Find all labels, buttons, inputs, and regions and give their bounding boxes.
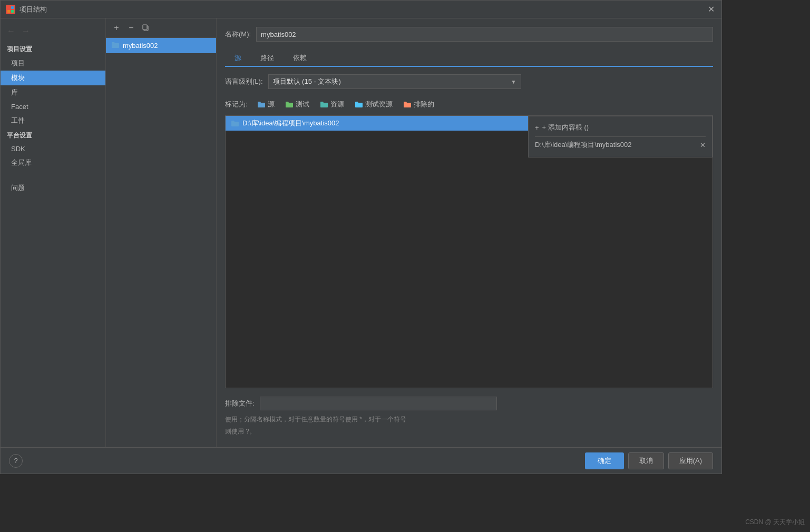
forward-button[interactable]: → bbox=[19, 25, 32, 37]
lang-label: 语言级别(L): bbox=[225, 77, 263, 86]
copy-module-button[interactable] bbox=[140, 22, 152, 34]
sidebar-item-modules[interactable]: 模块 bbox=[1, 71, 105, 85]
select-arrow-icon: ▼ bbox=[511, 79, 516, 85]
popup-add-root-button[interactable]: + + 添加内容根 () bbox=[535, 121, 706, 134]
watermark: CSDN @ 天天学小姐 bbox=[745, 518, 805, 527]
module-panel: + − bbox=[106, 18, 217, 447]
sidebar-item-sdk[interactable]: SDK bbox=[1, 142, 105, 155]
svg-rect-0 bbox=[7, 6, 10, 9]
name-label: 名称(M): bbox=[225, 29, 251, 39]
module-toolbar: + − bbox=[106, 18, 216, 38]
sidebar-item-global-libs[interactable]: 全局库 bbox=[1, 155, 105, 170]
close-button[interactable]: ✕ bbox=[706, 4, 716, 15]
name-input[interactable] bbox=[256, 27, 713, 42]
sidebar-item-libraries[interactable]: 库 bbox=[1, 85, 105, 100]
help-text-line1: 使用；分隔名称模式，对于任意数量的符号使用 *，对于一个符号 bbox=[225, 415, 713, 425]
plus-icon: + bbox=[535, 124, 539, 132]
module-item-mybatis002[interactable]: mybatis002 bbox=[106, 38, 216, 53]
exclude-input[interactable] bbox=[260, 397, 497, 410]
cancel-button[interactable]: 取消 bbox=[628, 452, 664, 469]
tab-paths[interactable]: 路径 bbox=[251, 50, 284, 66]
svg-rect-3 bbox=[11, 10, 14, 13]
section-project-label: 项目设置 bbox=[1, 42, 105, 56]
lang-row: 语言级别(L): 项目默认 (15 - 文本块) ▼ bbox=[225, 74, 713, 89]
sidebar-item-facet[interactable]: Facet bbox=[1, 100, 105, 113]
window-title: 项目结构 bbox=[19, 5, 706, 14]
tab-sources[interactable]: 源 bbox=[225, 50, 251, 67]
exclude-label: 排除文件: bbox=[225, 399, 255, 408]
mark-excluded-button[interactable]: 排除的 bbox=[400, 98, 437, 110]
remove-module-button[interactable]: − bbox=[125, 22, 138, 34]
add-module-button[interactable]: + bbox=[110, 22, 123, 34]
action-buttons: 确定 取消 应用(A) bbox=[585, 452, 713, 469]
sidebar-item-issues[interactable]: 问题 bbox=[1, 181, 105, 195]
popup-path-row: D:\库\idea\编程项目\mybatis002 ✕ bbox=[535, 136, 706, 153]
main-content: + − bbox=[106, 18, 721, 447]
module-list: mybatis002 bbox=[106, 38, 216, 447]
module-folder-icon bbox=[111, 41, 120, 50]
ok-button[interactable]: 确定 bbox=[585, 452, 624, 469]
tab-dependencies[interactable]: 依赖 bbox=[284, 50, 316, 66]
sidebar-item-project[interactable]: 项目 bbox=[1, 56, 105, 71]
svg-rect-2 bbox=[7, 10, 10, 13]
lang-select[interactable]: 项目默认 (15 - 文本块) ▼ bbox=[268, 74, 521, 89]
file-tree-container: D:\库\idea\编程项目\mybatis002 + + 添加内容根 () D… bbox=[225, 115, 713, 388]
popup-close-icon[interactable]: ✕ bbox=[700, 141, 706, 149]
help-text-line2: 则使用 ?。 bbox=[225, 427, 713, 437]
name-row: 名称(M): bbox=[225, 27, 713, 42]
mark-row: 标记为: 源 测试 bbox=[225, 98, 713, 110]
apply-button[interactable]: 应用(A) bbox=[668, 452, 713, 469]
mark-test-resources-button[interactable]: 测试资源 bbox=[352, 98, 396, 110]
mark-label: 标记为: bbox=[225, 100, 248, 109]
bottom-bar: ? 确定 取消 应用(A) bbox=[1, 447, 721, 474]
mark-sources-button[interactable]: 源 bbox=[254, 98, 278, 110]
mark-resources-button[interactable]: 资源 bbox=[317, 98, 347, 110]
exclude-row: 排除文件: bbox=[225, 397, 713, 410]
nav-toolbar: ← → bbox=[1, 23, 105, 42]
svg-rect-1 bbox=[11, 6, 14, 9]
app-icon bbox=[6, 5, 15, 14]
detail-panel: 名称(M): 源 路径 依赖 语言级别(L bbox=[217, 18, 721, 447]
title-bar: 项目结构 ✕ bbox=[1, 1, 721, 18]
svg-rect-5 bbox=[143, 25, 147, 29]
help-button[interactable]: ? bbox=[9, 454, 23, 468]
context-popup: + + 添加内容根 () D:\库\idea\编程项目\mybatis002 ✕ bbox=[528, 116, 713, 157]
sidebar: ← → 项目设置 项目 模块 库 Facet 工件 平台设置 SDK bbox=[1, 18, 106, 447]
sidebar-item-artifact[interactable]: 工件 bbox=[1, 113, 105, 128]
section-platform-label: 平台设置 bbox=[1, 128, 105, 142]
tabs-row: 源 路径 依赖 bbox=[225, 50, 713, 67]
back-button[interactable]: ← bbox=[5, 25, 17, 37]
mark-tests-button[interactable]: 测试 bbox=[282, 98, 313, 110]
